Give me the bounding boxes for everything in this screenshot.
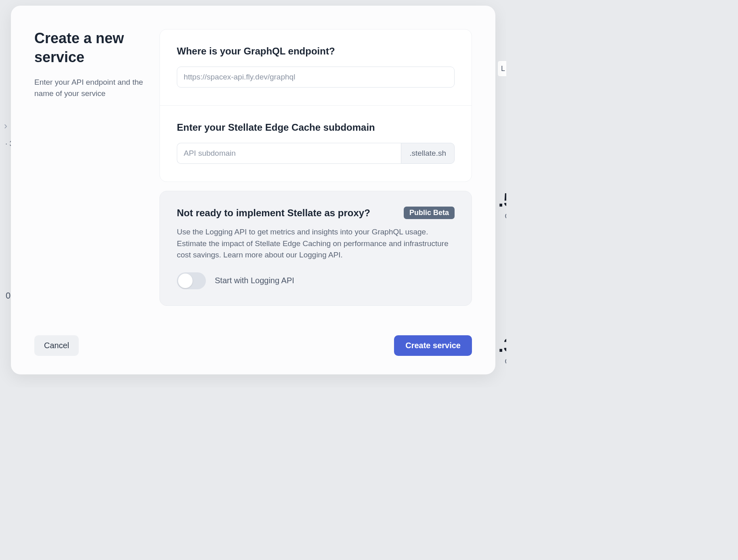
toggle-knob	[178, 274, 193, 288]
logging-card-description: Use the Logging API to get metrics and i…	[177, 226, 455, 261]
logging-card-header: Not ready to implement Stellate as proxy…	[177, 207, 455, 219]
bg-metric-1-value: .5	[498, 189, 506, 211]
logging-toggle-label: Start with Logging API	[215, 276, 294, 285]
logging-api-toggle[interactable]	[177, 272, 206, 289]
bg-right-pill: L	[497, 61, 506, 77]
bg-metric-2-value: .3	[498, 334, 506, 356]
modal-right-column: Where is your GraphQL endpoint? Enter yo…	[159, 29, 472, 324]
modal-body: Create a new service Enter your API endp…	[11, 6, 495, 324]
endpoint-input[interactable]	[177, 67, 455, 88]
create-service-modal: Create a new service Enter your API endp…	[11, 6, 495, 374]
subdomain-input[interactable]	[177, 143, 401, 164]
create-service-button[interactable]: Create service	[394, 335, 472, 356]
endpoint-label: Where is your GraphQL endpoint?	[177, 46, 455, 57]
logging-card-title: Not ready to implement Stellate as proxy…	[177, 207, 370, 219]
chevron-right-icon: ›	[4, 120, 7, 132]
cancel-button[interactable]: Cancel	[34, 335, 79, 356]
primary-card: Where is your GraphQL endpoint? Enter yo…	[159, 29, 472, 182]
subdomain-section: Enter your Stellate Edge Cache subdomain…	[160, 105, 472, 182]
bg-metric-1-label: Cac	[505, 212, 506, 221]
modal-subtitle: Enter your API endpoint and the name of …	[34, 77, 143, 100]
modal-title: Create a new service	[34, 29, 143, 67]
subdomain-label: Enter your Stellate Edge Cache subdomain	[177, 122, 455, 133]
bg-metric-2-label: Cac	[505, 357, 506, 366]
modal-left-column: Create a new service Enter your API endp…	[34, 29, 143, 324]
logging-api-card: Not ready to implement Stellate as proxy…	[159, 191, 472, 306]
subdomain-row: .stellate.sh	[177, 143, 455, 164]
modal-footer: Cancel Create service	[11, 324, 495, 374]
endpoint-section: Where is your GraphQL endpoint?	[160, 29, 472, 105]
public-beta-badge: Public Beta	[404, 207, 455, 219]
logging-toggle-row: Start with Logging API	[177, 272, 455, 289]
subdomain-suffix: .stellate.sh	[401, 143, 455, 164]
